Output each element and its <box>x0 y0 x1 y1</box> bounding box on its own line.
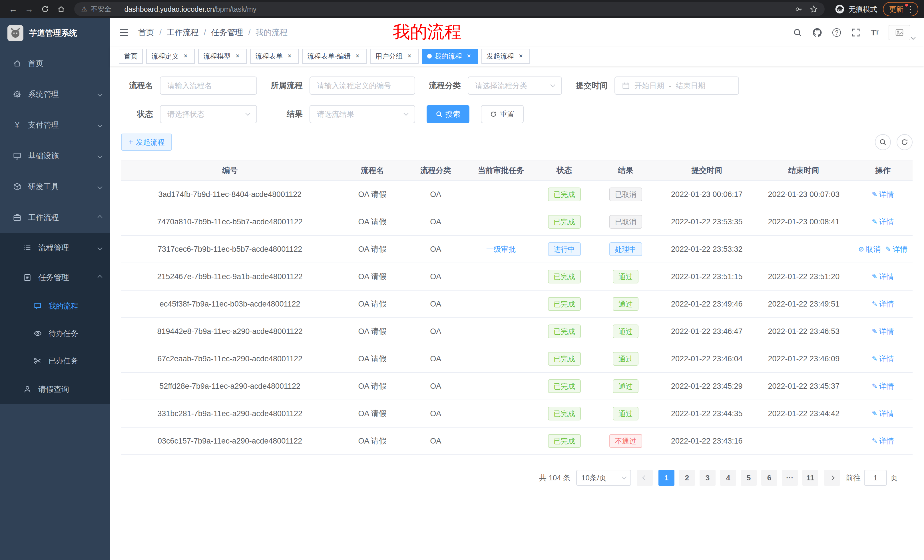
close-icon[interactable]: × <box>465 52 473 60</box>
sidebar-item-my-process[interactable]: 我的流程 <box>0 292 110 320</box>
detail-link[interactable]: ✎详情 <box>872 326 894 337</box>
detail-link[interactable]: ✎详情 <box>872 272 894 282</box>
reset-button[interactable]: 重置 <box>481 105 524 123</box>
cell-actions: ✎详情 <box>853 427 913 455</box>
close-icon[interactable]: × <box>354 52 362 60</box>
close-icon[interactable]: × <box>517 52 525 60</box>
github-icon[interactable] <box>812 28 822 37</box>
table-row[interactable]: 52ffd28e-7b9a-11ec-a290-acde48001122 OA … <box>121 373 913 400</box>
update-button[interactable]: 更新 ⋮ <box>883 2 918 16</box>
cell-submit-time: 2022-01-22 23:51:15 <box>659 263 754 290</box>
breadcrumb-item[interactable]: 任务管理 <box>211 27 243 38</box>
breadcrumb-item[interactable]: 首页 <box>138 27 154 38</box>
back-icon[interactable]: ← <box>6 2 21 16</box>
show-search-icon[interactable] <box>875 134 891 150</box>
detail-link[interactable]: ✎详情 <box>872 436 894 446</box>
sidebar-item-task-mgmt[interactable]: 任务管理 <box>0 263 110 292</box>
refresh-icon[interactable] <box>897 134 913 150</box>
prev-page-button[interactable] <box>637 470 653 486</box>
start-process-button[interactable]: + 发起流程 <box>121 133 172 151</box>
cell-result: 处理中 <box>592 235 659 263</box>
sidebar-item-workflow[interactable]: 工作流程 <box>0 202 110 233</box>
home-icon[interactable] <box>54 2 69 16</box>
table-row[interactable]: 7470a810-7b9b-11ec-b5b7-acde48001122 OA … <box>121 208 913 235</box>
table-row[interactable]: 2152467e-7b9b-11ec-9a1b-acde48001122 OA … <box>121 263 913 290</box>
page-button-3[interactable]: 3 <box>700 470 716 486</box>
detail-link[interactable]: ✎详情 <box>885 244 908 254</box>
search-icon[interactable] <box>793 28 802 37</box>
next-page-button[interactable] <box>824 470 840 486</box>
tab[interactable]: 用户分组 × <box>370 49 418 64</box>
status-select[interactable]: 请选择状态 <box>160 105 257 123</box>
result-tag: 通过 <box>613 297 639 311</box>
cell-current-task <box>465 318 537 345</box>
sidebar-item-devtools[interactable]: 研发工具 <box>0 171 110 202</box>
submit-time-range[interactable]: 开始日期 - 结束日期 <box>615 76 739 95</box>
forward-icon[interactable]: → <box>22 2 36 16</box>
detail-link[interactable]: ✎详情 <box>872 190 894 199</box>
task-link[interactable]: 一级审批 <box>486 244 516 254</box>
close-icon[interactable]: × <box>234 52 242 60</box>
cancel-link[interactable]: ⊘取消 <box>858 244 880 254</box>
address-bar[interactable]: ⚠ 不安全 dashboard.yudao.iocoder.cn/bpm/tas… <box>74 2 825 16</box>
tab[interactable]: 流程表单-编辑 × <box>302 49 367 64</box>
sidebar-item-system[interactable]: 系统管理 <box>0 79 110 109</box>
table-row[interactable]: 819442e8-7b9a-11ec-a290-acde48001122 OA … <box>121 318 913 345</box>
page-button-2[interactable]: 2 <box>679 470 695 486</box>
status-tag: 已完成 <box>548 215 581 229</box>
cell-submit-time: 2022-01-22 23:53:35 <box>659 208 754 235</box>
goto-page-input[interactable] <box>864 470 887 486</box>
detail-link[interactable]: ✎详情 <box>872 299 894 309</box>
cell-actions: ✎详情 <box>853 318 913 345</box>
sidebar-item-process-mgmt[interactable]: 流程管理 <box>0 233 110 263</box>
page-size-select[interactable]: 10条/页 <box>576 470 631 486</box>
avatar[interactable] <box>889 24 915 41</box>
page-button-11[interactable]: 11 <box>802 470 818 486</box>
tab[interactable]: 流程表单 × <box>250 49 298 64</box>
detail-link[interactable]: ✎详情 <box>872 409 894 419</box>
result-select[interactable]: 请选流结果 <box>309 105 415 123</box>
tab[interactable]: 我的流程 × <box>422 49 478 64</box>
close-icon[interactable]: × <box>405 52 414 60</box>
tab[interactable]: 流程定义 × <box>146 49 195 64</box>
process-name-input[interactable] <box>160 76 257 95</box>
close-icon[interactable]: × <box>285 52 294 60</box>
table-row[interactable]: 331bc281-7b9a-11ec-a290-acde48001122 OA … <box>121 400 913 427</box>
tab[interactable]: 流程模型 × <box>198 49 247 64</box>
sidebar-item-leave-query[interactable]: 请假查询 <box>0 374 110 404</box>
sidebar-item-home[interactable]: 首页 <box>0 48 110 79</box>
page-button-6[interactable]: 6 <box>761 470 777 486</box>
hamburger-icon[interactable] <box>119 27 129 38</box>
sidebar-item-done-tasks[interactable]: 已办任务 <box>0 347 110 374</box>
detail-link[interactable]: ✎详情 <box>872 354 894 364</box>
tab[interactable]: 发起流程 × <box>482 49 530 64</box>
sidebar-item-infrastructure[interactable]: 基础设施 <box>0 141 110 171</box>
parent-process-input[interactable] <box>309 76 415 95</box>
table-row[interactable]: 03c6c157-7b9a-11ec-a290-acde48001122 OA … <box>121 427 913 455</box>
page-ellipsis[interactable]: ··· <box>782 470 798 486</box>
table-row[interactable]: ec45f38f-7b9a-11ec-b03b-acde48001122 OA … <box>121 290 913 318</box>
fullscreen-icon[interactable] <box>851 28 860 37</box>
page-button-5[interactable]: 5 <box>741 470 757 486</box>
bookmark-star-icon[interactable] <box>810 5 818 13</box>
font-size-icon[interactable]: TT <box>871 28 878 37</box>
page-button-1[interactable]: 1 <box>658 470 675 486</box>
tab[interactable]: 首页 <box>119 49 143 64</box>
app-logo[interactable]: 芋道管理系统 <box>0 18 110 48</box>
close-icon[interactable]: × <box>182 52 190 60</box>
key-icon[interactable] <box>795 5 803 13</box>
sidebar-item-todo-tasks[interactable]: 待办任务 <box>0 320 110 347</box>
page-button-4[interactable]: 4 <box>720 470 736 486</box>
cell-category: OA <box>406 208 465 235</box>
table-row[interactable]: 7317cec6-7b9b-11ec-b5b7-acde48001122 OA … <box>121 235 913 263</box>
search-button[interactable]: 搜索 <box>427 105 470 123</box>
breadcrumb-item[interactable]: 工作流程 <box>167 27 199 38</box>
table-row[interactable]: 67c2eaab-7b9a-11ec-a290-acde48001122 OA … <box>121 345 913 373</box>
reload-icon[interactable] <box>38 2 52 16</box>
sidebar-item-payment[interactable]: ¥ 支付管理 <box>0 109 110 141</box>
detail-link[interactable]: ✎详情 <box>872 217 894 227</box>
table-row[interactable]: 3ad174fb-7b9d-11ec-8404-acde48001122 OA … <box>121 181 913 208</box>
category-select[interactable]: 请选择流程分类 <box>468 76 562 95</box>
help-icon[interactable]: ? <box>832 28 841 37</box>
detail-link[interactable]: ✎详情 <box>872 381 894 391</box>
